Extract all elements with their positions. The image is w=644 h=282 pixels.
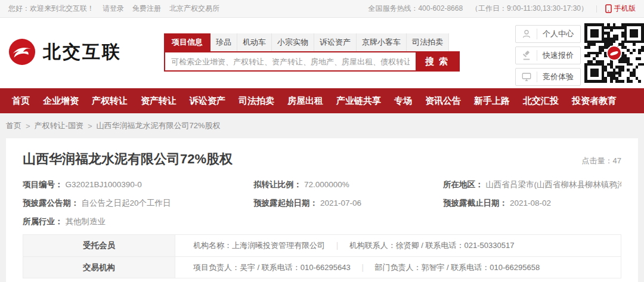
table-row-content: 机构名称：上海润曦投资管理有限公司｜机构联系人：徐贤卿 / 联系电话：021-5… <box>175 235 621 256</box>
breadcrumb-separator: > <box>26 122 30 131</box>
table-row-content: 项目负责人：吴宇 / 联系电话：010-66295643｜部门负责人：郭智宇 /… <box>175 257 621 278</box>
detail-field: 项目编号：G32021BJ1000390-0 <box>23 179 253 190</box>
search-tabs: 项目信息珍品机动车小宗实物诉讼资产京牌小客车司法拍卖 <box>164 33 460 51</box>
breadcrumb-item[interactable]: 首页 <box>6 120 21 131</box>
qr-swirl-mark <box>610 50 619 55</box>
detail-field: 所在地区：山西省吕梁市(山西省柳林县柳林镇鸦沟村) <box>443 179 621 190</box>
qr-code <box>584 23 644 83</box>
quick-link-label: 个人中心 <box>543 29 574 39</box>
project-details: 项目编号：G32021BJ1000390-0拟转让比例：72.000000%所在… <box>23 175 621 231</box>
search-input[interactable] <box>165 52 416 70</box>
table-row-header: 受托会员 <box>23 235 175 256</box>
breadcrumb: 首页>产权转让-国资>山西华润福龙水泥有限公司72%股权 <box>0 113 644 138</box>
detail-field: 预披露起始日期：2021-07-06 <box>253 198 443 209</box>
hits-label: 点击量： <box>582 156 613 165</box>
nav-item[interactable]: 房屋出租 <box>287 95 323 107</box>
contact-text: 部门负责人：郭智宇 / 联系电话：010-66295658 <box>374 262 540 273</box>
nav-item[interactable]: 诉讼资产 <box>190 95 225 107</box>
detail-field-label: 预披露截止日期： <box>443 199 507 207</box>
detail-field-value: 其他制造业 <box>66 217 106 226</box>
contact-text: 机构名称：上海润曦投资管理有限公司 <box>193 240 325 251</box>
search-button[interactable]: 搜 索 <box>416 52 459 70</box>
logo-swirl-icon <box>8 38 36 66</box>
mobile-version-link[interactable]: 手机版 <box>605 4 636 14</box>
contact-text: 项目负责人：吴宇 / 联系电话：010-66295643 <box>193 262 351 273</box>
nav-item[interactable]: 产权转让 <box>92 95 128 107</box>
detail-field-label: 预披露起始日期： <box>253 199 318 207</box>
mobile-version-label: 手机版 <box>614 4 636 14</box>
detail-field-label: 所属行业： <box>23 217 63 226</box>
quick-link-button[interactable]: 个人中心 <box>515 25 581 43</box>
search-tab[interactable]: 珍品 <box>210 33 237 51</box>
search-tab[interactable]: 项目信息 <box>164 33 210 51</box>
search-tab[interactable]: 机动车 <box>237 33 272 51</box>
greeting-text: 您好：欢迎来到北交互联！ <box>8 4 94 14</box>
nav-item[interactable]: 产业链共享 <box>336 95 381 107</box>
site-logo[interactable]: 北交互联 <box>8 38 122 66</box>
page-title: 山西华润福龙水泥有限公司72%股权 <box>23 150 233 168</box>
detail-field: 预披露截止日期：2021-08-02 <box>443 198 621 209</box>
search-tab[interactable]: 小宗实物 <box>272 33 314 51</box>
quick-links: 个人中心快速报价竞价体验 <box>515 25 581 86</box>
work-hours-text: （工作日：9:00-11:30,13:30-17:30） <box>471 4 588 14</box>
nav-item[interactable]: 投资者教育 <box>572 95 617 107</box>
hit-counter: 点击量：47 <box>582 156 621 168</box>
table-row-header: 交易机构 <box>23 257 175 278</box>
detail-field-label: 项目编号： <box>23 180 63 189</box>
main-nav: 首页企业增资产权转让资产转让诉讼资产司法拍卖房屋出租产业链共享专场资讯公告新手上… <box>0 88 644 113</box>
exchange-link[interactable]: 北京产权交易所 <box>169 4 219 14</box>
user-icon <box>521 29 537 39</box>
register-link[interactable]: 免费注册 <box>132 4 161 14</box>
qr-center-logo <box>606 45 622 61</box>
detail-field: 所属行业：其他制造业 <box>23 216 253 227</box>
title-row: 山西华润福龙水泥有限公司72%股权 点击量：47 <box>23 138 621 168</box>
topbar: 您好：欢迎来到北交互联！ 请登录 免费注册 北京产权交易所 全国服务热线：400… <box>0 0 644 18</box>
login-link[interactable]: 请登录 <box>103 4 124 14</box>
divider <box>596 5 597 13</box>
detail-field: 预披露公告期：自公告之日起20个工作日 <box>23 198 253 209</box>
search-box: 搜 索 <box>164 51 460 72</box>
phone-icon <box>605 4 612 13</box>
topbar-right: 全国服务热线：400-602-8668 （工作日：9:00-11:30,13:3… <box>368 4 636 14</box>
qr-cell <box>641 80 644 83</box>
logo-text: 北交互联 <box>43 40 122 64</box>
search-tab[interactable]: 司法拍卖 <box>407 33 449 51</box>
pipe-separator: ｜ <box>359 262 367 273</box>
detail-field: 拟转让比例：72.000000% <box>253 179 443 190</box>
search-tab[interactable]: 诉讼资产 <box>314 33 357 51</box>
search-tab[interactable]: 京牌小客车 <box>357 33 407 51</box>
table-row: 交易机构项目负责人：吴宇 / 联系电话：010-66295643｜部门负责人：郭… <box>23 256 621 278</box>
nav-item[interactable]: 新手上路 <box>474 95 510 107</box>
nav-item[interactable]: 司法拍卖 <box>239 95 274 107</box>
detail-field-value: 72.000000% <box>304 180 349 189</box>
pipe-separator: ｜ <box>333 240 341 251</box>
nav-item[interactable]: 北交汇投 <box>523 95 559 107</box>
nav-item[interactable]: 企业增资 <box>43 95 79 107</box>
quick-link-button[interactable]: 竞价体验 <box>515 68 581 86</box>
search-area: 项目信息珍品机动车小宗实物诉讼资产京牌小客车司法拍卖 搜 索 <box>164 33 460 72</box>
nav-item[interactable]: 首页 <box>12 95 30 107</box>
detail-field-value: 2021-08-02 <box>510 199 551 207</box>
monitor-icon <box>521 72 537 82</box>
breadcrumb-item: 山西华润福龙水泥有限公司72%股权 <box>97 120 221 131</box>
nav-item[interactable]: 资产转让 <box>141 95 177 107</box>
detail-field-value: G32021BJ1000390-0 <box>66 180 142 189</box>
topbar-left: 您好：欢迎来到北交互联！ 请登录 免费注册 北京产权交易所 <box>8 4 219 14</box>
breadcrumb-separator: > <box>88 122 92 131</box>
detail-field-label: 拟转让比例： <box>253 180 302 189</box>
detail-field-label: 所在地区： <box>443 180 484 189</box>
breadcrumb-item[interactable]: 产权转让-国资 <box>35 120 83 131</box>
nav-item[interactable]: 资讯公告 <box>425 95 461 107</box>
contact-table: 受托会员机构名称：上海润曦投资管理有限公司｜机构联系人：徐贤卿 / 联系电话：0… <box>23 234 621 278</box>
detail-field-value: 自公告之日起20个工作日 <box>82 199 171 207</box>
hotline-text: 全国服务热线：400-602-8668 <box>368 4 463 14</box>
contact-text: 机构联系人：徐贤卿 / 联系电话：021-50330517 <box>349 240 515 251</box>
nav-item[interactable]: 专场 <box>394 95 412 107</box>
quick-link-label: 快速报价 <box>543 50 574 61</box>
gavel-icon <box>521 50 537 61</box>
detail-field-value: 山西省吕梁市(山西省柳林县柳林镇鸦沟村) <box>486 180 622 189</box>
hits-value: 47 <box>613 156 621 165</box>
site-header: 北交互联 项目信息珍品机动车小宗实物诉讼资产京牌小客车司法拍卖 搜 索 个人中心… <box>0 18 644 88</box>
quick-link-button[interactable]: 快速报价 <box>515 47 581 64</box>
quick-link-label: 竞价体验 <box>543 72 574 82</box>
